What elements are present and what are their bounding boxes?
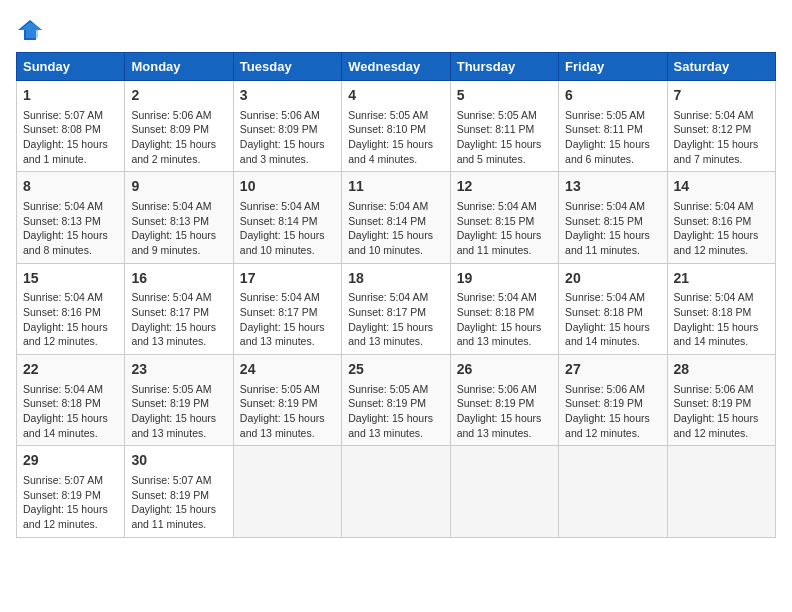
day-number: 25 bbox=[348, 360, 443, 380]
logo-icon bbox=[16, 16, 44, 44]
day-info: Sunrise: 5:04 AMSunset: 8:18 PMDaylight:… bbox=[23, 383, 108, 439]
calendar-cell: 17Sunrise: 5:04 AMSunset: 8:17 PMDayligh… bbox=[233, 263, 341, 354]
calendar-cell: 8Sunrise: 5:04 AMSunset: 8:13 PMDaylight… bbox=[17, 172, 125, 263]
day-number: 26 bbox=[457, 360, 552, 380]
calendar-cell: 14Sunrise: 5:04 AMSunset: 8:16 PMDayligh… bbox=[667, 172, 775, 263]
day-number: 6 bbox=[565, 86, 660, 106]
day-info: Sunrise: 5:04 AMSunset: 8:16 PMDaylight:… bbox=[23, 291, 108, 347]
calendar-cell: 26Sunrise: 5:06 AMSunset: 8:19 PMDayligh… bbox=[450, 355, 558, 446]
calendar-cell: 28Sunrise: 5:06 AMSunset: 8:19 PMDayligh… bbox=[667, 355, 775, 446]
day-info: Sunrise: 5:04 AMSunset: 8:17 PMDaylight:… bbox=[240, 291, 325, 347]
day-number: 17 bbox=[240, 269, 335, 289]
day-header-thursday: Thursday bbox=[450, 53, 558, 81]
calendar-cell: 9Sunrise: 5:04 AMSunset: 8:13 PMDaylight… bbox=[125, 172, 233, 263]
svg-marker-1 bbox=[20, 22, 42, 38]
day-info: Sunrise: 5:06 AMSunset: 8:19 PMDaylight:… bbox=[457, 383, 542, 439]
day-info: Sunrise: 5:04 AMSunset: 8:18 PMDaylight:… bbox=[457, 291, 542, 347]
day-info: Sunrise: 5:06 AMSunset: 8:09 PMDaylight:… bbox=[131, 109, 216, 165]
day-info: Sunrise: 5:07 AMSunset: 8:19 PMDaylight:… bbox=[23, 474, 108, 530]
calendar-week-1: 1Sunrise: 5:07 AMSunset: 8:08 PMDaylight… bbox=[17, 81, 776, 172]
day-info: Sunrise: 5:04 AMSunset: 8:13 PMDaylight:… bbox=[131, 200, 216, 256]
calendar-cell: 21Sunrise: 5:04 AMSunset: 8:18 PMDayligh… bbox=[667, 263, 775, 354]
calendar-header-row: SundayMondayTuesdayWednesdayThursdayFrid… bbox=[17, 53, 776, 81]
day-info: Sunrise: 5:04 AMSunset: 8:17 PMDaylight:… bbox=[131, 291, 216, 347]
day-info: Sunrise: 5:04 AMSunset: 8:18 PMDaylight:… bbox=[674, 291, 759, 347]
day-number: 11 bbox=[348, 177, 443, 197]
day-number: 12 bbox=[457, 177, 552, 197]
day-info: Sunrise: 5:05 AMSunset: 8:19 PMDaylight:… bbox=[131, 383, 216, 439]
calendar-cell bbox=[667, 446, 775, 537]
day-number: 30 bbox=[131, 451, 226, 471]
day-info: Sunrise: 5:07 AMSunset: 8:19 PMDaylight:… bbox=[131, 474, 216, 530]
day-header-wednesday: Wednesday bbox=[342, 53, 450, 81]
day-info: Sunrise: 5:04 AMSunset: 8:15 PMDaylight:… bbox=[457, 200, 542, 256]
day-number: 19 bbox=[457, 269, 552, 289]
day-number: 18 bbox=[348, 269, 443, 289]
day-header-monday: Monday bbox=[125, 53, 233, 81]
day-info: Sunrise: 5:04 AMSunset: 8:18 PMDaylight:… bbox=[565, 291, 650, 347]
calendar-cell bbox=[559, 446, 667, 537]
day-number: 2 bbox=[131, 86, 226, 106]
day-info: Sunrise: 5:06 AMSunset: 8:09 PMDaylight:… bbox=[240, 109, 325, 165]
calendar: SundayMondayTuesdayWednesdayThursdayFrid… bbox=[16, 52, 776, 538]
day-info: Sunrise: 5:05 AMSunset: 8:11 PMDaylight:… bbox=[565, 109, 650, 165]
day-number: 3 bbox=[240, 86, 335, 106]
day-number: 28 bbox=[674, 360, 769, 380]
day-number: 13 bbox=[565, 177, 660, 197]
calendar-cell: 12Sunrise: 5:04 AMSunset: 8:15 PMDayligh… bbox=[450, 172, 558, 263]
day-info: Sunrise: 5:04 AMSunset: 8:15 PMDaylight:… bbox=[565, 200, 650, 256]
day-number: 21 bbox=[674, 269, 769, 289]
calendar-cell: 22Sunrise: 5:04 AMSunset: 8:18 PMDayligh… bbox=[17, 355, 125, 446]
day-header-tuesday: Tuesday bbox=[233, 53, 341, 81]
calendar-cell: 27Sunrise: 5:06 AMSunset: 8:19 PMDayligh… bbox=[559, 355, 667, 446]
day-info: Sunrise: 5:05 AMSunset: 8:19 PMDaylight:… bbox=[240, 383, 325, 439]
day-number: 15 bbox=[23, 269, 118, 289]
calendar-cell: 5Sunrise: 5:05 AMSunset: 8:11 PMDaylight… bbox=[450, 81, 558, 172]
calendar-cell: 30Sunrise: 5:07 AMSunset: 8:19 PMDayligh… bbox=[125, 446, 233, 537]
calendar-cell bbox=[233, 446, 341, 537]
calendar-cell: 24Sunrise: 5:05 AMSunset: 8:19 PMDayligh… bbox=[233, 355, 341, 446]
calendar-cell bbox=[342, 446, 450, 537]
day-number: 23 bbox=[131, 360, 226, 380]
day-header-friday: Friday bbox=[559, 53, 667, 81]
day-info: Sunrise: 5:04 AMSunset: 8:14 PMDaylight:… bbox=[348, 200, 433, 256]
day-number: 16 bbox=[131, 269, 226, 289]
day-header-saturday: Saturday bbox=[667, 53, 775, 81]
calendar-cell: 11Sunrise: 5:04 AMSunset: 8:14 PMDayligh… bbox=[342, 172, 450, 263]
day-info: Sunrise: 5:04 AMSunset: 8:16 PMDaylight:… bbox=[674, 200, 759, 256]
day-info: Sunrise: 5:05 AMSunset: 8:10 PMDaylight:… bbox=[348, 109, 433, 165]
calendar-cell: 3Sunrise: 5:06 AMSunset: 8:09 PMDaylight… bbox=[233, 81, 341, 172]
calendar-cell: 1Sunrise: 5:07 AMSunset: 8:08 PMDaylight… bbox=[17, 81, 125, 172]
calendar-cell: 2Sunrise: 5:06 AMSunset: 8:09 PMDaylight… bbox=[125, 81, 233, 172]
day-info: Sunrise: 5:07 AMSunset: 8:08 PMDaylight:… bbox=[23, 109, 108, 165]
calendar-cell: 6Sunrise: 5:05 AMSunset: 8:11 PMDaylight… bbox=[559, 81, 667, 172]
day-number: 8 bbox=[23, 177, 118, 197]
calendar-cell: 20Sunrise: 5:04 AMSunset: 8:18 PMDayligh… bbox=[559, 263, 667, 354]
day-info: Sunrise: 5:05 AMSunset: 8:11 PMDaylight:… bbox=[457, 109, 542, 165]
day-number: 10 bbox=[240, 177, 335, 197]
calendar-week-5: 29Sunrise: 5:07 AMSunset: 8:19 PMDayligh… bbox=[17, 446, 776, 537]
calendar-cell: 18Sunrise: 5:04 AMSunset: 8:17 PMDayligh… bbox=[342, 263, 450, 354]
day-number: 22 bbox=[23, 360, 118, 380]
calendar-week-4: 22Sunrise: 5:04 AMSunset: 8:18 PMDayligh… bbox=[17, 355, 776, 446]
calendar-cell: 7Sunrise: 5:04 AMSunset: 8:12 PMDaylight… bbox=[667, 81, 775, 172]
day-number: 27 bbox=[565, 360, 660, 380]
day-number: 14 bbox=[674, 177, 769, 197]
day-header-sunday: Sunday bbox=[17, 53, 125, 81]
calendar-cell: 10Sunrise: 5:04 AMSunset: 8:14 PMDayligh… bbox=[233, 172, 341, 263]
day-number: 24 bbox=[240, 360, 335, 380]
day-info: Sunrise: 5:04 AMSunset: 8:14 PMDaylight:… bbox=[240, 200, 325, 256]
day-number: 9 bbox=[131, 177, 226, 197]
day-number: 20 bbox=[565, 269, 660, 289]
day-number: 5 bbox=[457, 86, 552, 106]
calendar-cell: 19Sunrise: 5:04 AMSunset: 8:18 PMDayligh… bbox=[450, 263, 558, 354]
day-info: Sunrise: 5:04 AMSunset: 8:13 PMDaylight:… bbox=[23, 200, 108, 256]
day-info: Sunrise: 5:06 AMSunset: 8:19 PMDaylight:… bbox=[674, 383, 759, 439]
day-number: 7 bbox=[674, 86, 769, 106]
day-info: Sunrise: 5:04 AMSunset: 8:12 PMDaylight:… bbox=[674, 109, 759, 165]
day-info: Sunrise: 5:04 AMSunset: 8:17 PMDaylight:… bbox=[348, 291, 433, 347]
day-info: Sunrise: 5:06 AMSunset: 8:19 PMDaylight:… bbox=[565, 383, 650, 439]
calendar-cell bbox=[450, 446, 558, 537]
calendar-cell: 15Sunrise: 5:04 AMSunset: 8:16 PMDayligh… bbox=[17, 263, 125, 354]
day-number: 29 bbox=[23, 451, 118, 471]
